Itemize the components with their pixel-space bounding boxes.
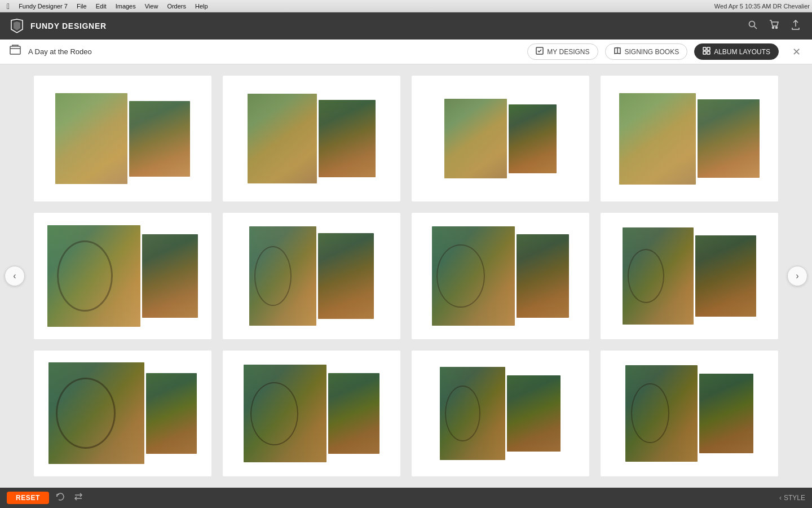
app-title: FUNDY DESIGNER	[30, 21, 107, 30]
menubar-right: Wed Apr 5 10:35 AM DR Chevalier	[714, 3, 810, 10]
menu-file[interactable]: File	[72, 0, 91, 12]
layout-card-7[interactable]	[412, 213, 589, 339]
my-designs-label: MY DESIGNS	[547, 48, 589, 56]
search-button[interactable]	[745, 17, 760, 35]
svg-point-3	[776, 27, 778, 28]
svg-rect-8	[703, 47, 706, 50]
menubar:  Fundy Designer 7 File Edit Images View…	[0, 0, 812, 12]
my-designs-button[interactable]: MY DESIGNS	[527, 43, 598, 60]
svg-point-2	[773, 27, 774, 28]
prev-arrow-icon: ‹	[13, 271, 16, 281]
layout-card-3[interactable]	[412, 76, 589, 202]
bottom-toolbar: RESET ‹ STYLE	[0, 488, 812, 508]
rotate-button[interactable]	[54, 491, 67, 505]
export-button[interactable]	[788, 17, 803, 35]
swap-button[interactable]	[72, 491, 85, 505]
app-logo: FUNDY DESIGNER	[9, 18, 107, 34]
layout-card-6[interactable]	[223, 213, 400, 339]
project-name: A Day at the Rodeo	[28, 47, 92, 56]
menu-orders[interactable]: Orders	[162, 0, 191, 12]
menu-view[interactable]: View	[140, 0, 163, 12]
fundy-logo-icon	[9, 18, 25, 34]
layout-card-9[interactable]	[34, 351, 211, 476]
layout-card-1[interactable]	[34, 76, 211, 202]
signing-books-icon	[614, 47, 621, 56]
album-layouts-icon	[703, 47, 710, 56]
next-arrow[interactable]: ›	[787, 266, 807, 286]
svg-point-0	[749, 21, 755, 27]
reset-button[interactable]: RESET	[7, 492, 49, 504]
layout-card-2[interactable]	[223, 76, 400, 202]
signing-books-button[interactable]: SIGNING BOOKS	[605, 43, 688, 60]
project-icon	[9, 44, 21, 59]
sub-header: A Day at the Rodeo MY DESIGNS SIGNING BO…	[0, 40, 812, 64]
menu-images[interactable]: Images	[111, 0, 140, 12]
prev-arrow[interactable]: ‹	[5, 266, 25, 286]
layout-card-10[interactable]	[223, 351, 400, 476]
menu-edit[interactable]: Edit	[91, 0, 111, 12]
my-designs-icon	[536, 47, 544, 56]
menubar-time: Wed Apr 5 10:35 AM DR Chevalier	[714, 3, 810, 10]
svg-line-1	[754, 26, 757, 29]
svg-rect-4	[10, 46, 20, 54]
svg-rect-10	[703, 51, 706, 54]
album-layouts-button[interactable]: ALBUM LAYOUTS	[694, 43, 779, 60]
header-actions	[745, 17, 803, 35]
svg-rect-11	[707, 51, 710, 54]
layout-grid	[0, 64, 812, 488]
layout-card-5[interactable]	[34, 213, 211, 339]
next-arrow-icon: ›	[796, 271, 798, 281]
layout-card-8[interactable]	[601, 213, 778, 339]
main-content: ‹	[0, 64, 812, 488]
cart-button[interactable]	[767, 17, 782, 35]
menu-app[interactable]: Fundy Designer 7	[14, 0, 72, 12]
prev-style-icon: ‹	[779, 494, 782, 502]
app-header: FUNDY DESIGNER	[0, 12, 812, 40]
apple-menu[interactable]: 	[2, 2, 14, 11]
layout-card-4[interactable]	[601, 76, 778, 202]
layout-card-12[interactable]	[601, 351, 778, 476]
style-button[interactable]: ‹ STYLE	[779, 494, 805, 502]
album-layouts-label: ALBUM LAYOUTS	[714, 48, 770, 56]
svg-rect-9	[707, 47, 710, 50]
close-button[interactable]: ✕	[790, 43, 803, 60]
style-label: STYLE	[784, 494, 805, 502]
signing-books-label: SIGNING BOOKS	[625, 48, 679, 56]
layout-card-11[interactable]	[412, 351, 589, 476]
menu-help[interactable]: Help	[191, 0, 213, 12]
